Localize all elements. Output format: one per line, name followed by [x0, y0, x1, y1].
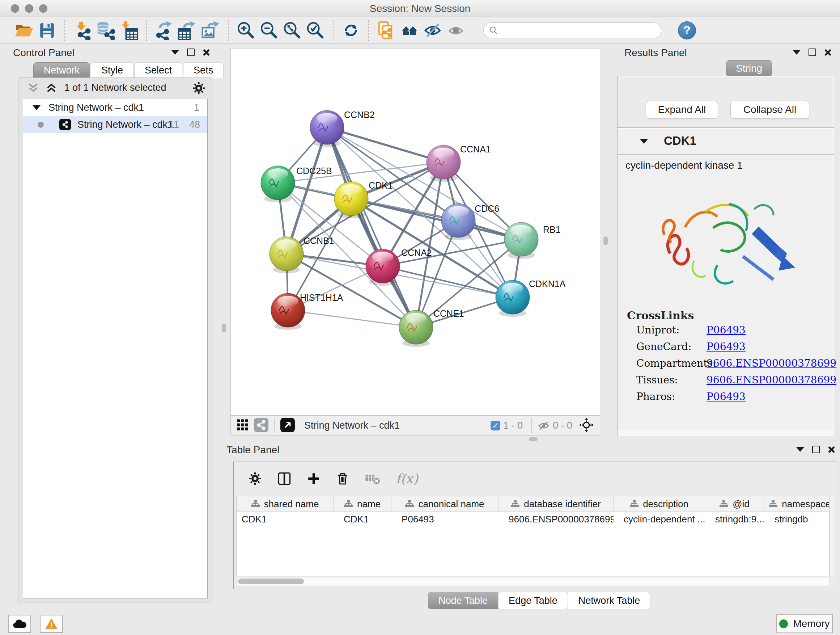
hidden-eye-icon[interactable]	[538, 420, 550, 432]
network-node-rb1[interactable]: RB1	[504, 222, 561, 259]
vertical-splitter-handle[interactable]	[222, 324, 226, 333]
column-header-description[interactable]: description	[614, 496, 705, 511]
tab-string[interactable]: String	[726, 60, 772, 77]
save-session-button[interactable]	[35, 19, 58, 42]
import-table-file-button[interactable]	[117, 19, 141, 42]
panel-close-icon[interactable]	[202, 49, 210, 56]
panel-close-icon[interactable]	[824, 49, 831, 56]
add-column-icon[interactable]	[307, 472, 321, 486]
table-cell[interactable]: 9606.ENSP00000378699	[499, 512, 614, 527]
refresh-button[interactable]	[339, 19, 363, 42]
column-header--id[interactable]: @id	[705, 496, 764, 511]
network-row-selected[interactable]: String Network – cdk1 11 48	[23, 116, 207, 133]
search-input[interactable]	[498, 24, 656, 36]
search-box[interactable]	[483, 22, 661, 38]
table-cell[interactable]: cyclin-dependent ...	[614, 512, 705, 527]
network-graph[interactable]: CCNB2CCNA1CDC25BCDK1CDC6RB1CCNB1CCNA2CDK…	[231, 49, 600, 415]
gear-icon[interactable]	[248, 472, 262, 486]
selected-checkbox[interactable]: ✓	[491, 421, 500, 431]
zoom-out-button[interactable]	[257, 19, 281, 42]
duplicate-network-button[interactable]	[375, 19, 398, 42]
horizontal-splitter-handle[interactable]	[529, 437, 538, 441]
table-vertical-scrollbar[interactable]	[830, 496, 834, 576]
table-cell[interactable]: stringdb:9...	[705, 512, 764, 527]
scrollbar-thumb[interactable]	[238, 578, 304, 584]
collection-expand-icon[interactable]	[33, 105, 41, 110]
column-header-namespace[interactable]: namespace	[764, 496, 829, 511]
export-network-button[interactable]	[153, 19, 176, 42]
collection-name: String Network – cdk1	[49, 102, 144, 113]
network-view-canvas[interactable]: CCNB2CCNA1CDC25BCDK1CDC6RB1CCNB1CCNA2CDK…	[231, 48, 600, 416]
column-header-canonical-name[interactable]: canonical name	[392, 496, 499, 511]
birdseye-view-button[interactable]	[280, 418, 295, 434]
network-node-hist1h1a[interactable]: HIST1H1A	[271, 293, 343, 330]
home-button[interactable]	[398, 19, 421, 42]
crosslink-link[interactable]: P06493	[706, 340, 745, 353]
show-hide-button[interactable]	[421, 19, 444, 42]
split-columns-icon[interactable]	[277, 471, 292, 486]
grid-view-button[interactable]	[237, 419, 249, 432]
table-row[interactable]: CDK1CDK1P064939606.ENSP00000378699cyclin…	[237, 512, 829, 527]
panel-float-icon[interactable]	[187, 49, 195, 56]
zoom-in-button[interactable]	[234, 19, 257, 42]
delete-column-icon[interactable]	[336, 472, 349, 486]
import-network-file-button[interactable]	[71, 19, 94, 42]
network-edge[interactable]	[327, 127, 444, 162]
import-network-database-button[interactable]	[94, 19, 117, 42]
table-cell[interactable]: stringdb	[764, 512, 829, 527]
panel-close-icon[interactable]	[828, 446, 835, 453]
network-node-ccna1[interactable]: CCNA1	[426, 144, 491, 182]
entry-collapse-icon[interactable]	[640, 139, 648, 144]
network-node-cdk1[interactable]: CDK1	[334, 180, 393, 218]
panel-menu-icon[interactable]	[796, 447, 804, 452]
crosslink-link[interactable]: 9606.ENSP00000378699	[706, 374, 836, 386]
crosslink-link[interactable]: 9606.ENSP00000378699	[706, 357, 836, 369]
tab-select[interactable]: Select	[134, 62, 182, 78]
zoom-fit-button[interactable]	[281, 19, 304, 42]
table-cell[interactable]: P06493	[392, 512, 499, 527]
panel-float-icon[interactable]	[808, 49, 816, 56]
delete-table-icon[interactable]	[365, 472, 381, 486]
tab-sets[interactable]: Sets	[183, 62, 224, 78]
help-button[interactable]: ?	[678, 21, 696, 40]
column-header-shared-name[interactable]: shared name	[237, 496, 333, 511]
zoom-selected-button[interactable]	[304, 19, 327, 42]
tab-node-table[interactable]: Node Table	[428, 592, 498, 609]
tab-edge-table[interactable]: Edge Table	[498, 592, 568, 609]
tab-network-table[interactable]: Network Table	[568, 592, 651, 609]
eye-button[interactable]	[444, 19, 467, 42]
table-horizontal-scrollbar[interactable]	[236, 577, 829, 586]
network-collection-row[interactable]: String Network – cdk1 1	[23, 99, 207, 116]
network-edge[interactable]	[383, 266, 513, 297]
entry-header-row[interactable]: CDK1	[617, 128, 834, 155]
export-image-button[interactable]	[199, 19, 222, 42]
export-table-button[interactable]	[176, 19, 199, 42]
column-header-name[interactable]: name	[333, 496, 392, 511]
crosslink-link[interactable]: P06493	[706, 391, 745, 402]
column-header-database-identifier[interactable]: database identifier	[499, 496, 614, 511]
table-cell[interactable]: CDK1	[237, 512, 333, 527]
memory-button[interactable]: Memory	[776, 614, 833, 633]
tab-style[interactable]: Style	[91, 62, 134, 78]
vertical-splitter-handle[interactable]	[603, 236, 608, 245]
control-panel-header: Control Panel	[4, 46, 216, 61]
warning-button[interactable]	[40, 615, 63, 633]
function-builder-icon[interactable]: f(x)	[396, 471, 418, 486]
crosslink-link[interactable]: P06493	[706, 324, 745, 336]
open-session-button[interactable]	[12, 19, 35, 42]
expand-all-button[interactable]: Expand All	[646, 101, 718, 119]
panel-float-icon[interactable]	[812, 446, 820, 453]
column-type-icon	[251, 500, 260, 508]
tab-network[interactable]: Network	[33, 62, 90, 78]
collapse-all-button[interactable]: Collapse All	[730, 101, 809, 119]
navigate-button[interactable]	[579, 417, 594, 434]
gear-icon[interactable]	[192, 81, 205, 95]
network-view-button[interactable]	[254, 418, 268, 434]
results-scrollbar[interactable]	[618, 430, 833, 435]
network-node-cdkn1a[interactable]: CDKN1A	[496, 279, 566, 317]
network-edge[interactable]	[288, 310, 416, 327]
panel-menu-icon[interactable]	[171, 50, 179, 55]
cloud-button[interactable]	[8, 615, 31, 633]
table-cell[interactable]: CDK1	[333, 512, 392, 527]
panel-menu-icon[interactable]	[793, 50, 801, 55]
